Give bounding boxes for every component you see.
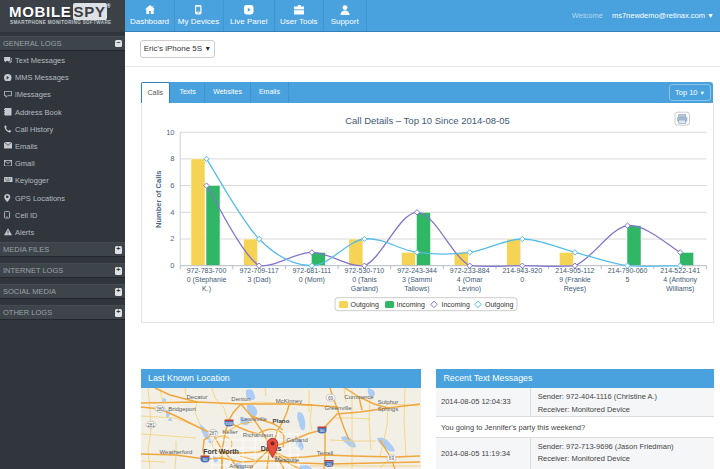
svg-text:281: 281 xyxy=(147,423,155,428)
svg-text:Outgoing: Outgoing xyxy=(485,301,514,309)
svg-text:Denton: Denton xyxy=(231,396,250,402)
svg-text:972-709-117: 972-709-117 xyxy=(239,267,278,274)
svg-text:972-243-344: 972-243-344 xyxy=(397,267,437,274)
svg-text:4: 4 xyxy=(170,208,174,217)
svg-text:10: 10 xyxy=(166,127,174,136)
svg-text:69: 69 xyxy=(328,396,334,401)
svg-text:0 (Stephanie: 0 (Stephanie xyxy=(186,276,226,284)
svg-text:Incoming: Incoming xyxy=(441,301,470,309)
svg-text:Richardson: Richardson xyxy=(242,432,272,438)
svg-text:20: 20 xyxy=(326,462,331,467)
svg-text:Outgoing: Outgoing xyxy=(350,301,379,309)
svg-text:5: 5 xyxy=(625,276,629,283)
svg-text:0 (Tanis: 0 (Tanis xyxy=(352,276,377,284)
svg-text:Springs: Springs xyxy=(377,406,397,412)
svg-text:Incoming: Incoming xyxy=(396,301,425,309)
svg-text:35W: 35W xyxy=(225,421,233,426)
svg-text:Terrell: Terrell xyxy=(316,450,332,456)
svg-text:Tallows): Tallows) xyxy=(404,285,429,293)
svg-text:Call Details – Top 10 Since 20: Call Details – Top 10 Since 2014-08-05 xyxy=(345,115,510,126)
svg-text:8: 8 xyxy=(170,154,174,163)
svg-text:214-790-060: 214-790-060 xyxy=(607,267,647,274)
svg-text:972-233-884: 972-233-884 xyxy=(449,267,489,274)
svg-text:2: 2 xyxy=(170,234,174,243)
svg-text:Lewisville: Lewisville xyxy=(241,416,267,422)
svg-text:Weatherford: Weatherford xyxy=(159,449,192,455)
svg-text:◦Garland: ◦Garland xyxy=(284,437,307,443)
svg-text:3 (Dad): 3 (Dad) xyxy=(247,276,270,284)
svg-text:6: 6 xyxy=(170,181,174,190)
svg-text:Reyes): Reyes) xyxy=(563,285,585,293)
svg-text:0 (Mom): 0 (Mom) xyxy=(298,276,324,284)
svg-text:4 (Omar: 4 (Omar xyxy=(456,276,482,284)
svg-text:4 (Anthony: 4 (Anthony xyxy=(663,276,697,284)
svg-text:Bridgeport: Bridgeport xyxy=(168,406,196,412)
svg-text:Keller: Keller xyxy=(222,429,237,435)
svg-text:30: 30 xyxy=(202,457,207,462)
svg-text:K.): K.) xyxy=(202,285,211,293)
svg-text:214-905-112: 214-905-112 xyxy=(555,267,594,274)
svg-text:0: 0 xyxy=(520,276,524,283)
svg-text:214-522-141: 214-522-141 xyxy=(660,267,700,274)
svg-text:Decatur: Decatur xyxy=(186,394,207,400)
svg-text:Arlington: Arlington xyxy=(229,463,253,469)
svg-text:McKinney: McKinney xyxy=(275,398,301,404)
svg-text:Commerce: Commerce xyxy=(344,394,374,400)
svg-text:972-783-700: 972-783-700 xyxy=(186,267,226,274)
svg-text:9 (Frankie: 9 (Frankie xyxy=(559,276,591,284)
svg-text:380: 380 xyxy=(156,407,164,412)
svg-text:3 (Sammi: 3 (Sammi xyxy=(402,276,432,284)
svg-text:Levino): Levino) xyxy=(458,285,481,293)
svg-text:30: 30 xyxy=(319,428,324,433)
svg-text:69: 69 xyxy=(388,457,394,462)
svg-text:Garland): Garland) xyxy=(350,285,377,293)
svg-text:0: 0 xyxy=(170,261,174,270)
svg-text:Number of Calls: Number of Calls xyxy=(153,170,162,228)
svg-text:214-943-920: 214-943-920 xyxy=(502,267,542,274)
svg-text:Williams): Williams) xyxy=(666,285,694,293)
svg-text:Fort Worth: Fort Worth xyxy=(203,448,239,455)
svg-text:287: 287 xyxy=(209,431,217,436)
svg-text:Plano: Plano xyxy=(272,417,289,424)
svg-text:972-530-710: 972-530-710 xyxy=(344,267,384,274)
svg-text:Sulphur: Sulphur xyxy=(377,399,398,405)
svg-text:972-681-111: 972-681-111 xyxy=(292,267,331,274)
svg-text:Greenville: Greenville xyxy=(324,405,352,411)
